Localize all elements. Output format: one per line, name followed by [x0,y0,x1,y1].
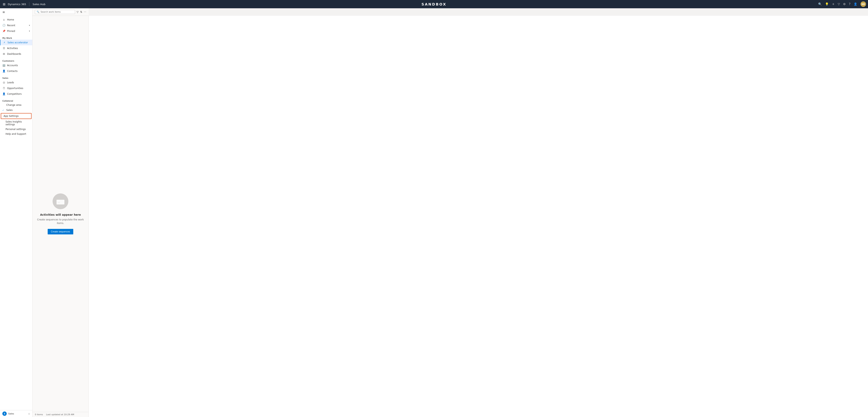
sidebar-item-opportunities[interactable]: 🗒 Opportunities [0,85,32,91]
recent-chevron: ▾ [29,24,30,26]
my-work-heading: My Work [0,35,32,39]
nav-section-top: ⌂ Home 🕐 Recent ▾ 📌 Pinned ▾ [0,16,32,35]
filter-icon[interactable]: ▽ [76,10,79,13]
main-content: ··· Activities will appear here Create s… [32,16,868,417]
top-nav-left: ⊞ Dynamics 365 Sales Hub [2,2,45,7]
help-icon[interactable]: ? [849,2,850,6]
dynamics365-label[interactable]: Dynamics 365 [8,3,26,6]
collateral-heading: Collateral [0,98,32,102]
sidebar-item-activities[interactable]: ☰ Activities [0,45,32,51]
sort-icon[interactable]: ⇅ [80,10,82,13]
change-area-label: Change area [6,103,22,107]
user-icon[interactable]: 👤 [854,2,857,6]
sidebar-item-sales-accelerator[interactable]: ⚡ Sales accelerator [0,39,32,45]
waffle-icon[interactable]: ⊞ [2,2,6,7]
customers-heading: Customers [0,58,32,62]
pinned-chevron: ▾ [29,30,30,32]
activities-label: Activities [7,47,18,50]
pinned-icon: 📌 [2,30,5,32]
dashboards-icon: ⊞ [2,52,5,55]
sidebar-item-contacts[interactable]: 👤 Contacts [0,68,32,74]
leads-label: Leads [7,81,14,84]
competitors-icon: 👤 [2,92,5,95]
bottom-icon[interactable]: ◇ [28,413,30,415]
bottom-text: Sales [8,413,14,415]
accounts-label: Accounts [7,64,18,67]
app-settings-label: App Settings [4,115,19,117]
collateral-section: Collateral Change area ✓ Sales App Setti… [0,97,32,137]
create-sequences-button[interactable]: Create sequences [48,229,73,234]
customers-section: Customers 🏢 Accounts 👤 Contacts [0,58,32,75]
sales-accelerator-label: Sales accelerator [7,41,28,44]
sidebar-item-recent[interactable]: 🕐 Recent ▾ [0,23,32,28]
sidebar-item-pinned[interactable]: 📌 Pinned ▾ [0,28,32,34]
svg-text:···: ··· [58,201,60,204]
user-avatar[interactable]: NR [861,1,866,7]
personal-settings-label: Personal settings [5,128,26,130]
my-work-section: My Work ⚡ Sales accelerator ☰ Activities… [0,35,32,58]
empty-state: ··· Activities will appear here Create s… [32,16,88,412]
sidebar-toggle[interactable]: ≡ [0,8,32,16]
sub-item-sales-insights-settings[interactable]: Sales Insights settings [0,119,32,127]
sidebar-item-dashboards[interactable]: ⊞ Dashboards [0,51,32,57]
contacts-label: Contacts [7,70,18,72]
work-items-header: 🔍 Search work items ▽ ⇅ ··· [32,8,89,16]
sidebar-bottom: S Sales ◇ [0,410,32,417]
search-icon: 🔍 [37,11,39,13]
activities-icon: ☰ [2,47,5,50]
sidebar-item-home[interactable]: ⌂ Home [0,17,32,23]
competitors-label: Competitors [7,93,22,95]
home-label: Home [7,18,14,21]
left-panel: ··· Activities will appear here Create s… [32,16,89,417]
sub-item-help-and-support[interactable]: Help and Support [0,131,32,136]
sales-insights-label: Sales Insights settings [5,120,22,126]
top-nav-right: 🔍 💡 + ▽ ⚙ ? 👤 NR [818,1,866,7]
help-support-label: Help and Support [5,132,26,135]
sales-section: Sales ◎ Leads 🗒 Opportunities 👤 Competit… [0,75,32,97]
right-panel [89,16,868,417]
search-icon[interactable]: 🔍 [818,2,822,6]
sub-items-list: Sales Insights settings Personal setting… [0,119,32,136]
sales-heading: Sales [0,76,32,80]
settings-icon[interactable]: ⚙ [843,2,846,6]
bottom-avatar: S [2,412,7,416]
empty-state-description: Create sequences to populate the work it… [36,218,85,225]
plus-icon[interactable]: + [832,2,835,6]
change-area-item[interactable]: Change area [0,102,32,108]
sales-check-label: Sales [6,109,12,112]
sandbox-label: SANDBOX [422,2,446,6]
last-updated: Last updated at 10:29 AM [46,413,74,416]
app-name: Sales Hub [32,3,45,6]
opportunities-icon: 🗒 [2,87,5,90]
sidebar-item-competitors[interactable]: 👤 Competitors [0,91,32,97]
sub-item-personal-settings[interactable]: Personal settings [0,127,32,131]
sales-check-item[interactable]: ✓ Sales [0,108,32,113]
leads-icon: ◎ [2,81,5,84]
filter-icon[interactable]: ▽ [838,2,840,6]
contacts-icon: 👤 [2,69,5,72]
items-count: 0 items [35,413,43,416]
empty-state-title: Activities will appear here [40,213,81,216]
sales-accelerator-icon: ⚡ [3,41,6,44]
app-settings-item[interactable]: App Settings [1,113,32,119]
sidebar: ≡ ⌂ Home 🕐 Recent ▾ 📌 Pinned ▾ My Work ⚡ [0,8,32,417]
more-icon[interactable]: ··· [84,10,86,13]
check-icon: ✓ [2,109,5,111]
sidebar-item-accounts[interactable]: 🏢 Accounts [0,62,32,68]
folder-icon-circle: ··· [53,193,68,209]
accounts-icon: 🏢 [2,64,5,67]
main-layout: ≡ ⌂ Home 🕐 Recent ▾ 📌 Pinned ▾ My Work ⚡ [0,8,868,417]
pinned-label: Pinned [7,30,15,32]
content-panel: 🔍 Search work items ▽ ⇅ ··· [32,8,868,417]
search-box[interactable]: 🔍 Search work items [35,10,75,14]
dashboards-label: Dashboards [7,53,21,55]
opportunities-label: Opportunities [7,87,23,90]
lightbulb-icon[interactable]: 💡 [825,2,829,6]
sidebar-item-leads[interactable]: ◎ Leads [0,80,32,85]
top-nav: ⊞ Dynamics 365 Sales Hub SANDBOX 🔍 💡 + ▽… [0,0,868,8]
recent-label: Recent [7,24,15,27]
recent-icon: 🕐 [2,24,5,27]
home-icon: ⌂ [2,18,5,21]
left-panel-footer: 0 items Last updated at 10:29 AM [32,412,88,417]
search-placeholder: Search work items [40,11,61,13]
